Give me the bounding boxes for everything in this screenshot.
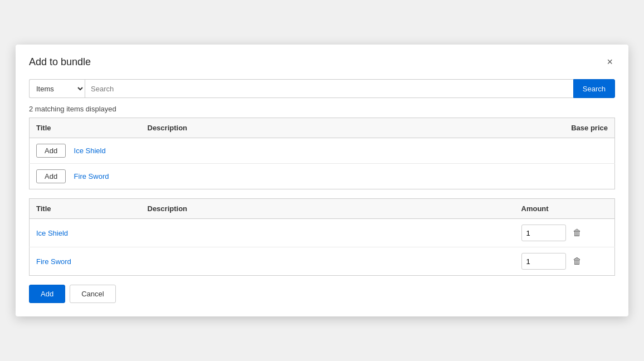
results-count: 2 matching items displayed xyxy=(29,105,615,113)
modal-header: Add to bundle × xyxy=(29,56,615,68)
search-type-select[interactable]: Items Categories Tags xyxy=(29,79,85,98)
bundle-items-table: Title Description Amount Ice Shield 🗑 xyxy=(29,198,615,276)
close-button[interactable]: × xyxy=(604,56,615,68)
amount-cell: 🗑 xyxy=(521,253,608,270)
add-to-bundle-modal: Add to bundle × Items Categories Tags Se… xyxy=(16,45,628,316)
search-row2-price-cell xyxy=(515,164,615,189)
footer-cancel-button[interactable]: Cancel xyxy=(70,285,115,303)
bundle-row1-amount-cell: 🗑 xyxy=(515,219,615,247)
search-row2-desc-cell xyxy=(141,164,515,189)
bundle-row2-amount-cell: 🗑 xyxy=(515,247,615,276)
ice-shield-link-search[interactable]: Ice Shield xyxy=(74,147,106,155)
ice-shield-amount-input[interactable] xyxy=(521,225,566,241)
search-col-header-baseprice: Base price xyxy=(515,118,615,138)
fire-sword-link-bundle[interactable]: Fire Sword xyxy=(36,257,71,266)
bundle-row2-desc-cell xyxy=(141,247,515,276)
fire-sword-delete-button[interactable]: 🗑 xyxy=(570,255,584,267)
table-row: Add Fire Sword xyxy=(30,164,615,189)
bundle-col-header-amount: Amount xyxy=(515,199,615,219)
bundle-col-header-description: Description xyxy=(141,199,515,219)
bundle-col-header-title: Title xyxy=(30,199,141,219)
search-col-header-description: Description xyxy=(141,118,515,138)
footer-add-button[interactable]: Add xyxy=(29,285,65,303)
bundle-row1-desc-cell xyxy=(141,219,515,247)
search-results-table: Title Description Base price Add Ice Shi… xyxy=(29,118,615,189)
search-row2-title-cell: Add Fire Sword xyxy=(30,164,141,189)
fire-sword-amount-input[interactable] xyxy=(521,253,566,270)
search-table-header-row: Title Description Base price xyxy=(30,118,615,138)
modal-footer: Add Cancel xyxy=(29,285,615,303)
search-col-header-title: Title xyxy=(30,118,141,138)
table-row: Add Ice Shield xyxy=(30,138,615,164)
modal-title: Add to bundle xyxy=(29,56,91,68)
table-row: Ice Shield 🗑 xyxy=(30,219,615,247)
ice-shield-link-bundle[interactable]: Ice Shield xyxy=(36,229,68,237)
table-row: Fire Sword 🗑 xyxy=(30,247,615,276)
ice-shield-delete-button[interactable]: 🗑 xyxy=(570,227,584,239)
search-bar: Items Categories Tags Search xyxy=(29,79,615,98)
amount-cell: 🗑 xyxy=(521,225,608,241)
search-row1-price-cell xyxy=(515,138,615,164)
add-fire-sword-button[interactable]: Add xyxy=(36,169,66,183)
bundle-row2-title-cell: Fire Sword xyxy=(30,247,141,276)
bundle-row1-title-cell: Ice Shield xyxy=(30,219,141,247)
search-input[interactable] xyxy=(85,79,573,98)
bundle-table-header-row: Title Description Amount xyxy=(30,199,615,219)
search-row1-title-cell: Add Ice Shield xyxy=(30,138,141,164)
add-ice-shield-button[interactable]: Add xyxy=(36,144,66,158)
fire-sword-link-search[interactable]: Fire Sword xyxy=(74,172,109,180)
search-row1-desc-cell xyxy=(141,138,515,164)
search-button[interactable]: Search xyxy=(573,79,615,98)
